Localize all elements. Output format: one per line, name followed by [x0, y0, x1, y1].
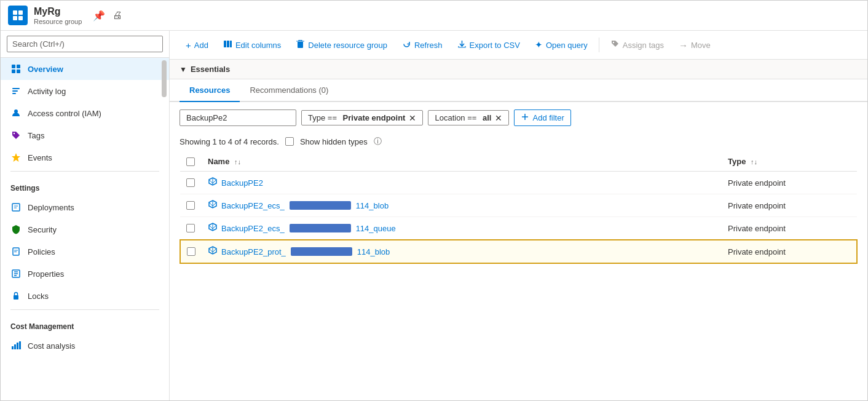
svg-rect-5	[17, 65, 20, 68]
refresh-button[interactable]: Refresh	[396, 36, 449, 54]
assign-tags-button[interactable]: Assign tags	[604, 36, 670, 54]
sidebar-item-tags[interactable]: Tags	[1, 124, 169, 146]
edit-columns-button[interactable]: Edit columns	[217, 36, 287, 54]
essentials-chevron-icon: ▼	[180, 65, 187, 74]
sidebar-label-deployments: Deployments	[28, 203, 74, 212]
move-button[interactable]: → Move	[673, 36, 717, 54]
sidebar-label-activity: Activity log	[28, 87, 66, 96]
pin-icon[interactable]: 📌	[93, 10, 105, 22]
row1-name-link[interactable]: BackupPE2	[208, 177, 716, 189]
row4-checkbox[interactable]	[187, 247, 195, 256]
type-sort-icon[interactable]: ↑↓	[751, 158, 757, 165]
events-icon	[10, 152, 22, 163]
add-button[interactable]: + Add	[180, 36, 215, 54]
svg-rect-0	[13, 10, 17, 15]
row2-checkbox[interactable]	[186, 201, 195, 210]
query-label: Open query	[546, 41, 588, 50]
table-row: BackupPE2_prot_114_blob Private endpoint	[180, 240, 857, 263]
location-filter-prefix: Location ==	[435, 113, 479, 122]
svg-rect-2	[13, 16, 17, 20]
svg-point-12	[14, 133, 15, 134]
sidebar-divider-2	[10, 309, 159, 310]
location-filter-close[interactable]: ✕	[495, 114, 502, 122]
sidebar-item-properties[interactable]: Properties	[1, 263, 169, 285]
sidebar-item-policies[interactable]: Policies	[1, 240, 169, 263]
sidebar-label-policies: Policies	[28, 247, 55, 256]
sidebar-item-locks[interactable]: Locks	[1, 285, 169, 307]
sidebar-item-cost-analysis[interactable]: Cost analysis	[1, 335, 169, 357]
type-filter-value: Private endpoint	[343, 113, 406, 122]
type-filter-close[interactable]: ✕	[409, 114, 416, 122]
show-hidden-checkbox[interactable]	[285, 137, 294, 146]
row2-name-link[interactable]: BackupPE2_ecs_114_blob	[208, 199, 716, 212]
row1-name: BackupPE2	[221, 178, 263, 188]
filter-bar: Type == Private endpoint ✕ Location == a…	[170, 102, 867, 133]
sidebar-item-deployments[interactable]: Deployments	[1, 196, 169, 218]
svg-rect-20	[17, 343, 18, 349]
essentials-label: Essentials	[191, 65, 230, 74]
essentials-bar: ▼ Essentials	[170, 60, 867, 79]
add-filter-button[interactable]: Add filter	[514, 109, 570, 126]
row3-name-link[interactable]: BackupPE2_ecs_114_queue	[208, 222, 716, 234]
sidebar-search-container	[1, 31, 169, 58]
search-input[interactable]	[7, 36, 163, 52]
svg-rect-8	[12, 88, 20, 89]
select-all-checkbox[interactable]	[186, 157, 195, 166]
delete-label: Delete resource group	[308, 41, 387, 50]
delete-button[interactable]: Delete resource group	[290, 36, 393, 54]
svg-rect-6	[12, 69, 15, 73]
table-row: BackupPE2 Private endpoint	[180, 172, 857, 194]
sidebar-item-security[interactable]: Security	[1, 218, 169, 240]
sidebar-label-iam: Access control (IAM)	[28, 109, 101, 118]
show-hidden-info-icon: ⓘ	[374, 136, 382, 147]
sidebar-item-overview[interactable]: Overview	[1, 58, 169, 80]
row4-name-link[interactable]: BackupPE2_prot_114_blob	[208, 245, 716, 258]
row3-type: Private endpoint	[722, 217, 857, 240]
refresh-icon	[402, 39, 411, 50]
svg-rect-14	[12, 204, 20, 211]
add-label: Add	[194, 41, 208, 50]
add-filter-icon	[521, 113, 529, 123]
app-title: MyRg	[34, 6, 82, 17]
svg-rect-21	[19, 341, 21, 349]
row4-redacted	[291, 247, 352, 256]
row3-redacted	[290, 224, 351, 232]
records-bar: Showing 1 to 4 of 4 records. Show hidden…	[170, 133, 867, 152]
row1-resource-icon	[208, 177, 218, 189]
query-button[interactable]: ✦ Open query	[529, 36, 594, 54]
edit-columns-icon	[223, 39, 232, 50]
export-icon	[457, 39, 467, 50]
refresh-label: Refresh	[414, 41, 443, 50]
row3-checkbox[interactable]	[186, 224, 195, 232]
resource-search-input[interactable]	[180, 109, 296, 126]
svg-rect-22	[224, 41, 226, 47]
locks-icon	[10, 290, 22, 301]
sidebar-label-cost: Cost analysis	[28, 341, 75, 351]
iam-icon	[10, 108, 22, 119]
security-icon	[10, 224, 22, 235]
sidebar-item-activity-log[interactable]: Activity log	[1, 80, 169, 102]
sidebar-label-properties: Properties	[28, 269, 64, 279]
row3-resource-icon	[208, 222, 218, 234]
tab-recommendations[interactable]: Recommendations (0)	[240, 79, 338, 102]
export-button[interactable]: Export to CSV	[451, 36, 526, 54]
row3-suffix: 114_queue	[356, 224, 396, 233]
row1-checkbox[interactable]	[186, 178, 195, 187]
print-icon[interactable]: 🖨	[112, 10, 122, 22]
row3-prefix: BackupPE2_ecs_	[221, 224, 285, 233]
name-sort-icon[interactable]: ↑↓	[234, 158, 241, 165]
toolbar: + Add Edit columns Delete resource group	[170, 31, 867, 60]
svg-rect-19	[14, 344, 16, 349]
tab-resources[interactable]: Resources	[180, 79, 240, 102]
sidebar-item-iam[interactable]: Access control (IAM)	[1, 102, 169, 124]
location-filter-value: all	[483, 113, 491, 122]
properties-icon	[10, 268, 22, 279]
row2-resource-icon	[208, 199, 218, 212]
move-icon: →	[679, 40, 688, 50]
svg-rect-9	[12, 90, 18, 92]
essentials-toggle[interactable]: ▼ Essentials	[180, 65, 230, 74]
assign-tags-icon	[610, 39, 620, 50]
row2-prefix: BackupPE2_ecs_	[221, 201, 285, 210]
sidebar-item-events[interactable]: Events	[1, 146, 169, 169]
activity-log-icon	[10, 85, 22, 97]
